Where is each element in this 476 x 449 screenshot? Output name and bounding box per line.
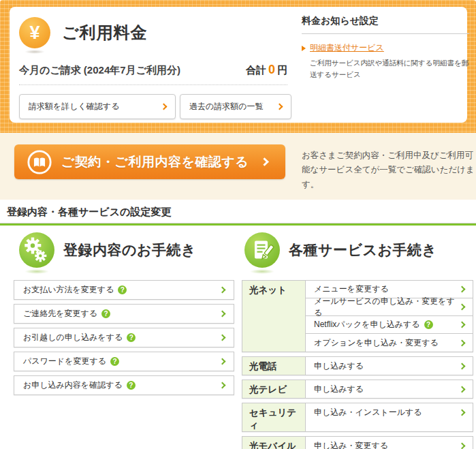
service-item-label: オプションを申し込み・変更する — [314, 337, 439, 349]
total-label: 合計 — [246, 64, 266, 76]
help-icon[interactable]: ? — [127, 381, 136, 390]
service-item[interactable]: Netflixパックを申し込みする ? — [306, 316, 473, 334]
notice-link-row: 明細書送付サービス — [302, 42, 469, 54]
chevron-right-icon — [459, 442, 466, 449]
registration-item[interactable]: ご連絡先を変更する ? — [14, 304, 234, 324]
help-icon[interactable]: ? — [127, 333, 136, 342]
chevron-right-icon — [276, 104, 283, 110]
contract-banner-description: お客さまご契約内容・ご利用中及びご利用可能なサービス全てが一覧でご確認いただけま… — [302, 149, 476, 192]
contract-banner: ご契約・ご利用内容を確認する お客さまご契約内容・ご利用中及びご利用可能なサービ… — [0, 133, 476, 200]
registration-item-label: ご連絡先を変更する — [23, 308, 97, 320]
registration-item-label: お支払い方法を変更する — [23, 284, 114, 296]
notice-description: ご利用サービス内訳や通話料に関する明細書を郵送するサービス — [310, 57, 469, 81]
chevron-right-icon — [219, 335, 226, 341]
registration-item[interactable]: お引越しの申し込みをする ? — [14, 328, 234, 347]
chevron-right-icon — [219, 287, 226, 294]
help-icon[interactable]: ? — [101, 309, 110, 318]
chevron-right-icon — [459, 386, 466, 392]
chevron-right-icon — [459, 286, 466, 293]
registration-item-label: お申し込み内容を確認する — [23, 380, 123, 391]
service-item[interactable]: 申し込み・変更する — [306, 437, 473, 449]
service-item-label: メールサービスの申し込み・変更をする — [314, 296, 460, 319]
service-item[interactable]: 申し込みする — [306, 357, 473, 375]
chevron-right-icon — [260, 157, 269, 166]
registration-item-label: パスワードを変更する — [23, 356, 106, 367]
service-item-label: Netflixパックを申し込みする — [314, 319, 420, 330]
chevron-right-icon — [161, 104, 168, 110]
services-header: 各種サービスお手続き — [242, 230, 473, 270]
statement-service-link[interactable]: 明細書送付サービス — [310, 42, 384, 54]
billing-period-row: 今月のご請求 (2024年7月ご利用分) 合計0円 — [19, 63, 287, 77]
billing-title: ご利用料金 — [62, 22, 148, 44]
help-icon[interactable]: ? — [110, 357, 119, 366]
service-category-label: 光電話 — [242, 357, 306, 375]
document-pencil-icon — [244, 232, 280, 268]
service-category-label: セキュリティ — [242, 403, 306, 431]
billing-detail-button[interactable]: 請求額を詳しく確認する — [19, 94, 176, 119]
billing-total: 合計0円 — [246, 63, 287, 77]
chevron-right-icon — [219, 311, 226, 318]
service-category-label: 光テレビ — [242, 380, 306, 398]
services-table: 光ネット メニューを変更する メールサービスの申し込み・変更をする Netfli… — [242, 280, 473, 449]
registration-heading: 登録内容のお手続き — [63, 241, 196, 260]
service-item-label: メニューを変更する — [314, 283, 389, 295]
service-item-label: 申し込み・インストールする — [314, 407, 422, 418]
service-items: 申し込みする — [306, 357, 473, 375]
arrow-bullet-icon — [302, 46, 306, 51]
service-group: 光電話 申し込みする — [242, 356, 473, 375]
registration-item[interactable]: パスワードを変更する ? — [14, 352, 234, 371]
settings-section: 登録内容・各種サービスの設定変更 — [0, 200, 476, 449]
service-category-label: 光ネット — [242, 281, 306, 352]
yen-symbol: ¥ — [29, 24, 39, 42]
service-group: 光ネット メニューを変更する メールサービスの申し込み・変更をする Netfli… — [242, 280, 473, 352]
contract-details-button[interactable]: ご契約・ご利用内容を確認する — [14, 144, 285, 179]
billing-section-frame: ¥ ご利用料金 今月のご請求 (2024年7月ご利用分) 合計0円 請求額を詳し… — [0, 0, 476, 133]
billing-header: ¥ ご利用料金 — [19, 16, 287, 49]
service-group: 光モバイル 申し込み・変更する — [242, 436, 473, 449]
chevron-right-icon — [459, 339, 466, 346]
chevron-right-icon — [459, 362, 466, 369]
service-item[interactable]: メールサービスの申し込み・変更をする — [306, 298, 473, 316]
billing-buttons: 請求額を詳しく確認する 過去の請求額の一覧 — [19, 94, 287, 119]
chevron-right-icon — [459, 322, 466, 328]
contract-details-button-label: ご契約・ご利用内容を確認する — [61, 153, 249, 171]
registration-item[interactable]: お申し込み内容を確認する ? — [14, 375, 234, 395]
chevron-right-icon — [219, 382, 226, 389]
service-items: 申し込みする — [306, 380, 473, 398]
service-group: 光テレビ 申し込みする — [242, 380, 473, 399]
billing-history-button-label: 過去の請求額の一覧 — [189, 101, 264, 112]
billing-panel: ¥ ご利用料金 今月のご請求 (2024年7月ご利用分) 合計0円 請求額を詳し… — [10, 7, 467, 123]
settings-section-title: 登録内容・各種サービスの設定変更 — [0, 200, 476, 219]
billing-notice-settings: 料金お知らせ設定 明細書送付サービス ご利用サービス内訳や通話料に関する明細書を… — [302, 15, 469, 81]
services-heading: 各種サービスお手続き — [289, 241, 437, 260]
registration-list: お支払い方法を変更する ? ご連絡先を変更する ? お引越しの申し込みをする ?… — [14, 280, 234, 395]
service-items: 申し込み・変更する — [306, 437, 473, 449]
chevron-right-icon — [459, 409, 466, 416]
total-amount: 0 — [268, 63, 275, 76]
billing-summary: ¥ ご利用料金 今月のご請求 (2024年7月ご利用分) 合計0円 請求額を詳し… — [19, 16, 287, 119]
service-items: 申し込み・インストールする — [306, 403, 473, 431]
chevron-right-icon — [219, 358, 226, 365]
service-item[interactable]: 申し込みする — [306, 380, 473, 398]
book-icon — [27, 149, 52, 175]
dotted-divider — [19, 84, 287, 85]
billing-detail-button-label: 請求額を詳しく確認する — [29, 101, 119, 112]
service-item-label: 申し込み・変更する — [314, 440, 388, 449]
service-item[interactable]: 申し込み・インストールする — [306, 403, 473, 421]
registration-item[interactable]: お支払い方法を変更する ? — [14, 280, 234, 300]
service-items: メニューを変更する メールサービスの申し込み・変更をする Netflixパックを… — [306, 281, 473, 352]
service-group: セキュリティ 申し込み・インストールする — [242, 403, 473, 432]
help-icon[interactable]: ? — [118, 285, 127, 294]
total-unit: 円 — [277, 64, 287, 76]
registration-item-label: お引越しの申し込みをする — [23, 332, 123, 343]
registration-header: 登録内容のお手続き — [14, 230, 234, 270]
service-item[interactable]: オプションを申し込み・変更する — [306, 334, 473, 352]
registration-column: 登録内容のお手続き お支払い方法を変更する ? ご連絡先を変更する ? お引越し… — [14, 230, 234, 399]
billing-history-button[interactable]: 過去の請求額の一覧 — [180, 94, 291, 119]
service-item-label: 申し込みする — [314, 384, 364, 395]
service-category-label: 光モバイル — [242, 437, 306, 449]
yen-icon: ¥ — [19, 17, 50, 48]
help-icon[interactable]: ? — [424, 320, 433, 329]
chevron-right-icon — [459, 304, 466, 311]
green-divider — [0, 223, 476, 226]
